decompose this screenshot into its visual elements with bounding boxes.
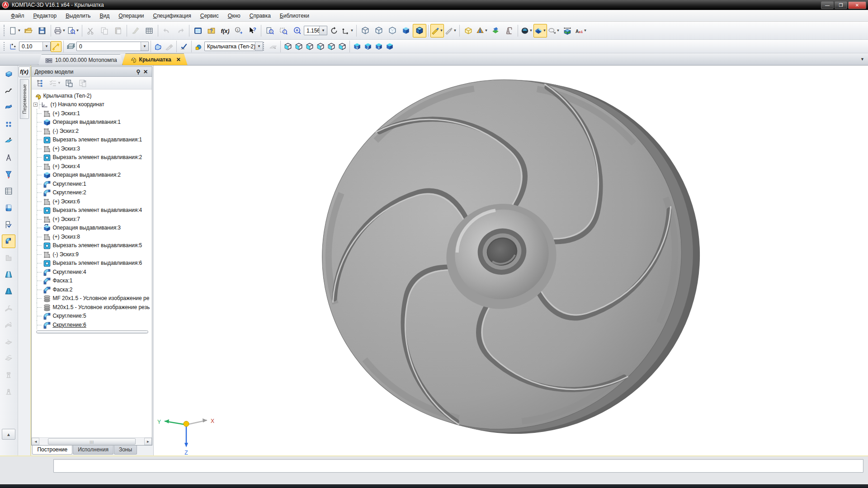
expand-icon[interactable]: + — [33, 103, 38, 107]
pan-move-button[interactable]: ▼ — [341, 24, 354, 38]
tree-item[interactable]: MF 20x1.5 - Условное изображение ре — [33, 294, 152, 303]
tab-close-icon[interactable]: ✕ — [176, 56, 181, 63]
tree-item[interactable]: (-) Эскиз:2 — [33, 127, 152, 136]
doc-new-button[interactable]: ▼ — [8, 24, 22, 38]
tree-item[interactable]: (+) Эскиз:8 — [33, 232, 152, 241]
tree-item[interactable]: Вырезать элемент выдавливания:1 — [33, 136, 152, 145]
scrollbar-thumb[interactable]: ||| — [48, 438, 136, 445]
tree-tab-построение[interactable]: Построение — [32, 446, 72, 455]
tree-item[interactable]: Скругление:1 — [33, 179, 152, 188]
chevron-down-icon[interactable]: ▼ — [529, 24, 533, 37]
menu-библиотеки[interactable]: Библиотеки — [275, 11, 314, 21]
op-blue-button[interactable]: ▼ — [533, 24, 547, 38]
box-yellow-button[interactable] — [462, 24, 475, 38]
atol-text-button[interactable]: A±1▼ — [574, 24, 588, 38]
chevron-down-icon[interactable]: ▼ — [557, 24, 560, 37]
tree-item[interactable]: Операция выдавливания:1 — [33, 118, 152, 127]
tree-tab-исполнения[interactable]: Исполнения — [73, 446, 113, 455]
menu-справка[interactable]: Справка — [245, 11, 275, 21]
layers-button[interactable] — [66, 41, 76, 52]
chevron-down-icon[interactable]: ▼ — [255, 42, 263, 51]
menu-выделить[interactable]: Выделить — [61, 11, 95, 21]
panel-filter-funnel-button[interactable] — [2, 168, 15, 181]
chevron-down-icon[interactable]: ▼ — [18, 24, 21, 37]
panel-elements-flag-button[interactable] — [2, 218, 15, 231]
snap-step-combo[interactable]: 0.10▼ — [19, 42, 51, 51]
tree-item[interactable]: Фаска:2 — [33, 285, 152, 294]
tree-item[interactable]: Вырезать элемент выдавливания:6 — [33, 259, 152, 268]
tree-item[interactable]: (+) Эскиз:7 — [33, 215, 152, 224]
tree-item[interactable]: Фаска:1 — [33, 277, 152, 286]
chevron-down-icon[interactable]: ▼ — [319, 26, 327, 35]
tree-item[interactable]: (+) Эскиз:1 — [33, 109, 152, 118]
chevron-down-icon[interactable]: ▼ — [440, 24, 443, 37]
panel-surface-button[interactable] — [2, 101, 15, 114]
iso-view-y-button[interactable]: y — [352, 41, 363, 52]
panel-aux-plane-button[interactable] — [2, 134, 15, 148]
chevron-down-icon[interactable]: ▼ — [543, 24, 546, 37]
tree-item[interactable]: +(т) Начало координат — [33, 100, 152, 109]
tree-item[interactable]: Скругление:5 — [33, 312, 152, 321]
folder-open-button[interactable] — [22, 24, 35, 38]
part-combo-button[interactable] — [193, 41, 204, 52]
panel-solid-box-button[interactable] — [2, 67, 15, 81]
chevron-down-icon[interactable]: ▼ — [584, 24, 587, 37]
tree-structure-button[interactable] — [34, 78, 46, 89]
preview-button[interactable]: ▼ — [66, 24, 80, 38]
panel-edit-part-button[interactable] — [2, 235, 15, 248]
scroll-left-icon[interactable]: ◄ — [32, 438, 39, 445]
zoom-plusminus-button[interactable] — [290, 24, 304, 38]
pin-icon[interactable]: ⚲ — [135, 69, 142, 75]
zoom-page-button[interactable] — [263, 24, 277, 38]
variables-tab[interactable]: Переменные — [20, 79, 29, 119]
tree-item[interactable]: M20x1.5 - Условное изображение резь — [33, 303, 152, 312]
tree-item[interactable]: Вырезать элемент выдавливания:5 — [33, 241, 152, 250]
cube-view-button[interactable] — [337, 41, 348, 52]
lib-folder-button[interactable]: ? — [205, 24, 218, 38]
chevron-down-icon[interactable]: ▼ — [141, 42, 148, 51]
layer-combo[interactable]: 0▼ — [76, 42, 149, 51]
cube-shaded-button[interactable] — [399, 24, 413, 38]
viewport-3d[interactable]: Y X Z — [153, 66, 868, 455]
menu-редактор[interactable]: Редактор — [29, 11, 61, 21]
help-cursor-button[interactable]: ? — [245, 24, 259, 38]
tree-item[interactable]: Операция выдавливания:3 — [33, 224, 152, 233]
menu-файл[interactable]: Файл — [6, 11, 29, 21]
iso-view-z-button[interactable]: z — [363, 41, 373, 52]
chevron-down-icon[interactable]: ▼ — [76, 24, 79, 37]
body-selector-combo[interactable]: Крыльчатка (Тел-2)▼ — [204, 42, 263, 51]
pen-toggle-button[interactable]: ▼ — [430, 24, 444, 38]
chevron-down-icon[interactable]: ▼ — [62, 24, 66, 37]
cube-wire-button[interactable] — [359, 24, 372, 38]
win-manager-button[interactable] — [191, 24, 205, 38]
chevron-down-icon[interactable]: ▼ — [453, 24, 457, 37]
chevron-down-icon[interactable]: ▼ — [485, 24, 488, 37]
menu-операции[interactable]: Операции — [114, 11, 148, 21]
iso-view-x-button[interactable]: x — [373, 41, 384, 52]
tree-tab-зоны[interactable]: Зоны — [114, 446, 137, 455]
cube-shaded-edges-button[interactable] — [413, 24, 426, 38]
panel-spline-button[interactable] — [2, 84, 15, 98]
snap-toggle-button[interactable] — [51, 41, 61, 52]
printer-button[interactable]: ▼ — [53, 24, 66, 38]
cube-view-button[interactable] — [283, 41, 293, 52]
rotate-view-button[interactable] — [327, 24, 341, 38]
chevron-down-icon[interactable]: ▼ — [350, 24, 354, 37]
variables-fx-button[interactable]: f(x) — [19, 66, 30, 77]
doc-tab-inactive[interactable]: 10.00.00.000 Мотопомпа — [38, 54, 124, 65]
tree-item[interactable]: Вырезать элемент выдавливания:4 — [33, 206, 152, 215]
clip-solid-button[interactable] — [489, 24, 502, 38]
tree-item[interactable]: Операция выдавливания:2 — [33, 171, 152, 180]
dim-box-button[interactable] — [561, 24, 574, 38]
units-convert-button[interactable]: 1 — [232, 24, 245, 38]
cube-view-button[interactable] — [293, 41, 304, 52]
panel-cone-split-button[interactable] — [2, 268, 15, 282]
orient-pyramid-button[interactable]: ▼ — [475, 24, 489, 38]
cube-view-button[interactable] — [304, 41, 315, 52]
tree-item[interactable]: (+) Эскиз:6 — [33, 197, 152, 206]
panel-dots-array-button[interactable] — [2, 117, 15, 131]
panel-close-icon[interactable]: ✕ — [142, 69, 149, 75]
panel-spec-table-button[interactable] — [2, 184, 15, 198]
cube-nohidden-button[interactable] — [372, 24, 386, 38]
tree-item[interactable]: Крыльчатка (Тел-2) — [33, 91, 152, 100]
